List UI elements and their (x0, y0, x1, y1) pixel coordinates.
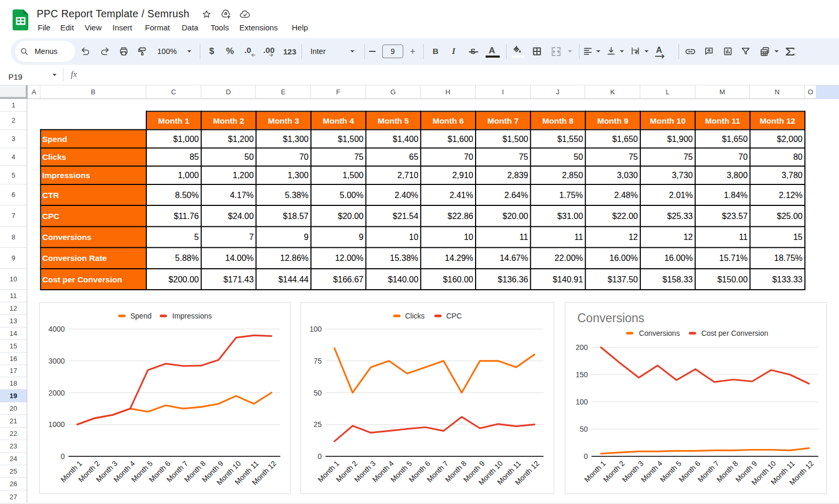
svg-text:$2,000: $2,000 (777, 135, 803, 144)
svg-text:2,910: 2,910 (452, 171, 473, 180)
svg-text:$158.33: $158.33 (662, 275, 693, 284)
svg-text:$24.00: $24.00 (228, 212, 254, 221)
svg-text:18.75%: 18.75% (774, 254, 802, 262)
svg-text:1.84%: 1.84% (724, 191, 747, 200)
svg-text:4000: 4000 (48, 325, 64, 333)
svg-text:4.17%: 4.17% (230, 191, 253, 200)
svg-text:11: 11 (520, 233, 529, 242)
svg-text:$1,200: $1,200 (228, 135, 254, 144)
svg-text:CTR: CTR (42, 191, 59, 200)
svg-text:$200.00: $200.00 (168, 275, 199, 284)
svg-text:Month 12: Month 12 (760, 116, 795, 125)
svg-text:$22.86: $22.86 (448, 212, 474, 221)
svg-text:9: 9 (359, 233, 363, 242)
svg-text:$1,400: $1,400 (393, 135, 418, 144)
svg-text:75: 75 (354, 152, 363, 161)
svg-text:14.29%: 14.29% (445, 254, 473, 262)
svg-text:2.41%: 2.41% (449, 191, 473, 200)
svg-text:2.64%: 2.64% (504, 191, 528, 200)
svg-text:Conversions: Conversions (639, 329, 680, 337)
svg-text:12.86%: 12.86% (280, 254, 308, 262)
svg-text:11: 11 (739, 233, 748, 242)
svg-text:100: 100 (576, 398, 588, 406)
svg-text:$20.00: $20.00 (338, 212, 363, 221)
svg-text:2,850: 2,850 (562, 171, 583, 180)
svg-text:$1,300: $1,300 (283, 135, 309, 144)
svg-text:$140.91: $140.91 (553, 275, 583, 284)
svg-text:$25.33: $25.33 (667, 212, 693, 221)
svg-text:2,839: 2,839 (507, 171, 528, 180)
svg-text:$31.00: $31.00 (557, 212, 583, 221)
svg-text:CPC: CPC (446, 312, 462, 320)
svg-text:0: 0 (584, 452, 588, 461)
svg-text:12: 12 (629, 233, 638, 242)
svg-text:Impressions: Impressions (42, 171, 90, 180)
svg-text:7: 7 (249, 233, 254, 242)
svg-text:12: 12 (683, 233, 693, 242)
svg-text:$1,000: $1,000 (173, 135, 199, 144)
svg-text:75: 75 (314, 357, 322, 365)
svg-text:1,000: 1,000 (178, 171, 199, 180)
svg-text:1000: 1000 (48, 420, 64, 429)
svg-text:70: 70 (464, 152, 474, 161)
svg-text:75: 75 (629, 152, 638, 161)
svg-text:15.71%: 15.71% (719, 254, 748, 262)
svg-text:2.12%: 2.12% (779, 191, 802, 200)
svg-text:50: 50 (314, 389, 322, 397)
svg-text:CPC: CPC (42, 212, 60, 221)
svg-text:$166.67: $166.67 (333, 275, 363, 284)
svg-text:8.50%: 8.50% (175, 191, 199, 200)
svg-text:$21.54: $21.54 (393, 212, 418, 221)
svg-text:16.00%: 16.00% (664, 254, 693, 262)
svg-text:50: 50 (244, 152, 254, 161)
svg-text:$133.33: $133.33 (772, 275, 803, 284)
svg-text:80: 80 (793, 152, 803, 161)
svg-text:100: 100 (309, 325, 322, 333)
svg-text:5.00%: 5.00% (340, 191, 363, 200)
svg-text:Month 10: Month 10 (650, 116, 685, 125)
svg-text:3,800: 3,800 (727, 171, 748, 180)
svg-text:$140.00: $140.00 (388, 275, 418, 284)
svg-text:$1,500: $1,500 (338, 135, 363, 144)
svg-text:1,300: 1,300 (287, 171, 308, 180)
svg-text:1.75%: 1.75% (559, 191, 583, 200)
svg-text:Month 6: Month 6 (433, 116, 464, 125)
svg-text:Month 5: Month 5 (378, 116, 409, 125)
svg-text:70: 70 (299, 152, 309, 161)
svg-text:Conversions: Conversions (42, 233, 92, 242)
svg-text:$1,550: $1,550 (557, 135, 583, 144)
svg-text:3,730: 3,730 (672, 171, 693, 180)
svg-text:$23.57: $23.57 (722, 212, 748, 221)
svg-text:Spend: Spend (42, 135, 67, 144)
svg-text:$1,600: $1,600 (448, 135, 474, 144)
svg-text:$22.00: $22.00 (612, 212, 638, 221)
svg-text:$171.43: $171.43 (223, 275, 254, 284)
svg-text:1,500: 1,500 (342, 171, 363, 180)
svg-text:22.00%: 22.00% (555, 254, 583, 262)
svg-text:0: 0 (60, 452, 64, 461)
svg-text:$1,900: $1,900 (667, 135, 693, 144)
svg-text:10: 10 (409, 233, 418, 242)
svg-text:2.01%: 2.01% (669, 191, 693, 200)
svg-text:$150.00: $150.00 (717, 275, 748, 284)
svg-text:$1,650: $1,650 (722, 135, 748, 144)
svg-text:Impressions: Impressions (172, 312, 211, 320)
svg-text:14.00%: 14.00% (225, 254, 254, 262)
svg-text:Conversion Rate: Conversion Rate (42, 254, 107, 262)
svg-text:3000: 3000 (48, 357, 64, 365)
svg-text:$1,650: $1,650 (612, 135, 638, 144)
svg-text:85: 85 (189, 152, 199, 161)
svg-text:$136.36: $136.36 (498, 275, 528, 284)
svg-text:Month 4: Month 4 (323, 116, 354, 125)
svg-text:$20.00: $20.00 (502, 212, 528, 221)
svg-text:50: 50 (574, 152, 583, 161)
svg-text:Cost per Conversion: Cost per Conversion (42, 275, 122, 284)
svg-text:Month 2: Month 2 (213, 116, 244, 125)
svg-text:11: 11 (574, 233, 583, 242)
svg-text:3,030: 3,030 (617, 171, 638, 180)
svg-text:Month 9: Month 9 (597, 116, 629, 125)
svg-text:25: 25 (314, 420, 322, 429)
svg-text:9: 9 (304, 233, 309, 242)
svg-text:Month 1: Month 1 (158, 116, 190, 125)
svg-text:Clicks: Clicks (405, 312, 425, 320)
